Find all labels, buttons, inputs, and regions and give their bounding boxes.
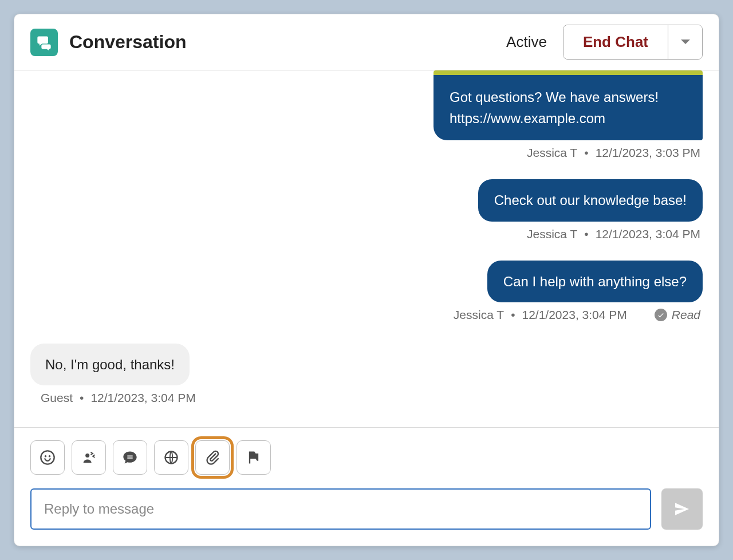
message-icon <box>122 449 138 466</box>
message-text-line: Got questions? We have answers! <box>450 86 687 108</box>
message-text: No, I'm good, thanks! <box>45 357 175 372</box>
message-text: Check out our knowledge base! <box>494 192 687 208</box>
translate-button[interactable] <box>154 440 188 475</box>
message-bubble: No, I'm good, thanks! <box>30 344 190 386</box>
chevron-down-icon <box>680 38 691 46</box>
attach-button[interactable] <box>195 440 230 475</box>
flag-icon <box>246 449 262 466</box>
message-text: Can I help with anything else? <box>503 274 687 289</box>
paperclip-icon <box>204 449 220 466</box>
conversation-body: Got questions? We have answers! https://… <box>14 70 719 427</box>
message-meta: Jessica T 12/1/2023, 3:04 PM <box>527 227 703 241</box>
status-label: Active <box>506 33 547 51</box>
svg-point-2 <box>49 455 51 458</box>
message-author: Jessica T <box>454 308 504 322</box>
message-bubble: Can I help with anything else? <box>487 261 703 302</box>
smiley-icon <box>40 449 56 466</box>
conversation-panel: Conversation Active End Chat Got questio… <box>14 14 719 546</box>
message-author: Jessica T <box>527 146 577 160</box>
conversation-icon <box>30 29 58 56</box>
message-timestamp: 12/1/2023, 3:04 PM <box>522 308 626 322</box>
quick-message-button[interactable] <box>113 440 147 475</box>
composer-toolbar <box>30 440 703 475</box>
check-icon <box>655 309 667 321</box>
message-meta: Jessica T 12/1/2023, 3:04 PM Read <box>454 308 703 322</box>
message-meta: Jessica T 12/1/2023, 3:03 PM <box>527 146 703 160</box>
message-agent: Got questions? We have answers! https://… <box>30 70 703 160</box>
message-timestamp: 12/1/2023, 3:03 PM <box>596 146 700 160</box>
message-link[interactable]: https://www.example.com <box>450 108 687 129</box>
composer-area <box>14 427 719 546</box>
end-chat-dropdown[interactable] <box>668 25 702 59</box>
svg-point-0 <box>41 451 54 464</box>
message-agent: Can I help with anything else? Jessica T… <box>30 261 703 322</box>
reply-input[interactable] <box>30 488 651 530</box>
message-timestamp: 12/1/2023, 3:04 PM <box>90 391 195 405</box>
read-status: Read <box>655 308 700 322</box>
read-label: Read <box>672 308 700 322</box>
svg-point-1 <box>45 455 47 458</box>
message-meta: Guest 12/1/2023, 3:04 PM <box>30 391 196 405</box>
message-guest: No, I'm good, thanks! Guest 12/1/2023, 3… <box>30 344 703 405</box>
composer-input-row <box>30 488 703 530</box>
message-bubble: Got questions? We have answers! https://… <box>434 70 703 140</box>
send-icon <box>673 500 691 518</box>
emoji-button[interactable] <box>30 440 65 475</box>
message-agent: Check out our knowledge base! Jessica T … <box>30 179 703 240</box>
send-button[interactable] <box>661 488 703 530</box>
transfer-button[interactable] <box>72 440 106 475</box>
panel-header: Conversation Active End Chat <box>14 14 719 70</box>
end-chat-split-button: End Chat <box>563 25 703 60</box>
message-timestamp: 12/1/2023, 3:04 PM <box>596 227 700 241</box>
translate-icon <box>163 449 179 466</box>
message-accent-bar <box>434 70 703 75</box>
svg-point-3 <box>85 453 89 458</box>
transfer-user-icon <box>81 449 97 466</box>
end-chat-button[interactable]: End Chat <box>563 25 668 59</box>
message-author: Guest <box>41 391 73 405</box>
message-author: Jessica T <box>527 227 577 241</box>
message-bubble: Check out our knowledge base! <box>478 179 703 221</box>
flag-button[interactable] <box>237 440 271 475</box>
page-title: Conversation <box>69 31 506 53</box>
